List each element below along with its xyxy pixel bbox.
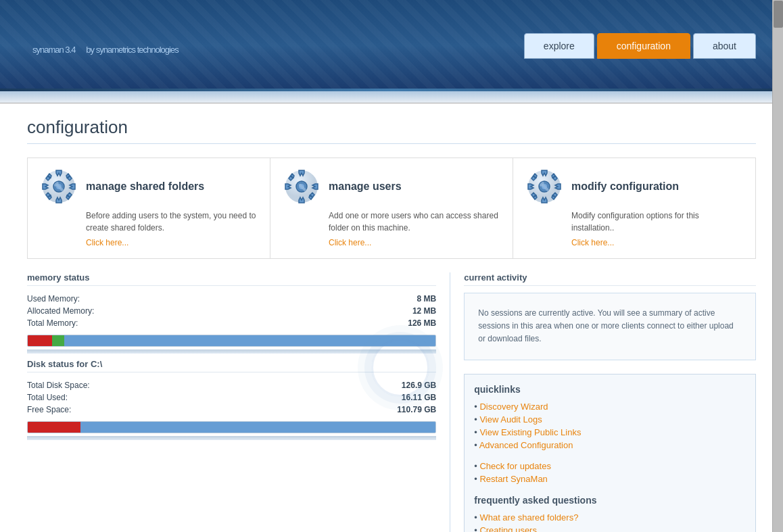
maintenance-restart-link[interactable]: Restart SynaMan bbox=[479, 474, 547, 484]
logo-sub: by synametrics technologies bbox=[86, 45, 178, 55]
logo-text: synaman 3.4 bbox=[32, 45, 75, 55]
faq-creating-users: Creating users bbox=[474, 525, 746, 532]
disk-total-row: Total Disk Space: 126.9 GB bbox=[27, 379, 436, 391]
memory-allocated-label: Allocated Memory: bbox=[27, 305, 314, 317]
scrollbar[interactable] bbox=[772, 0, 783, 532]
feature-manage-shared-folders: manage shared folders Before adding user… bbox=[28, 158, 270, 258]
disk-bar-free bbox=[80, 422, 435, 433]
maintenance-list: Check for updates Restart SynaMan bbox=[474, 461, 746, 484]
memory-title: memory status bbox=[27, 272, 436, 286]
quicklink-public-links-link[interactable]: View Existing Public Links bbox=[479, 427, 581, 437]
memory-bar-total bbox=[64, 335, 435, 346]
quicklink-audit-logs-link[interactable]: View Audit Logs bbox=[479, 414, 542, 425]
memory-section: memory status Used Memory: 8 MB Allocate… bbox=[27, 272, 436, 354]
main-content: configuration bbox=[0, 103, 783, 532]
disk-used-label: Total Used: bbox=[27, 391, 279, 404]
feature-title-shared-folders: manage shared folders bbox=[86, 180, 204, 193]
faq-title: frequently asked questions bbox=[474, 495, 746, 506]
feature-title-users: manage users bbox=[329, 180, 402, 193]
nav-about[interactable]: about bbox=[693, 33, 756, 59]
gear-icon-users bbox=[284, 169, 319, 204]
nav-tabs: explore configuration about bbox=[524, 33, 756, 59]
feature-header-config: modify configuration bbox=[527, 169, 742, 204]
quicklink-advanced-config: Advanced Configuration bbox=[474, 440, 746, 450]
lower-content: memory status Used Memory: 8 MB Allocate… bbox=[27, 272, 756, 532]
activity-section: current activity No sessions are current… bbox=[464, 272, 756, 360]
disk-total-value: 126.9 GB bbox=[279, 379, 436, 391]
feature-desc-shared-folders: Before adding users to the system, you n… bbox=[41, 210, 256, 234]
disk-free-row: Free Space: 110.79 GB bbox=[27, 404, 436, 416]
memory-bar bbox=[27, 335, 436, 347]
memory-used-row: Used Memory: 8 MB bbox=[27, 293, 436, 305]
faq-shared-folders: What are shared folders? bbox=[474, 512, 746, 523]
feature-title-config: modify configuration bbox=[571, 180, 679, 193]
disk-free-value: 110.79 GB bbox=[279, 404, 436, 416]
page-title: configuration bbox=[27, 117, 756, 144]
header: synaman 3.4 by synametrics technologies … bbox=[0, 0, 783, 91]
right-panel: current activity No sessions are current… bbox=[450, 272, 756, 532]
feature-link-users[interactable]: Click here... bbox=[284, 238, 499, 247]
maintenance-updates: Check for updates bbox=[474, 461, 746, 471]
activity-box: No sessions are currently active. You wi… bbox=[464, 293, 756, 360]
feature-link-shared-folders[interactable]: Click here... bbox=[41, 238, 256, 247]
scrollbar-thumb[interactable] bbox=[774, 1, 783, 28]
disk-bar bbox=[27, 421, 436, 433]
quicklinks-title: quicklinks bbox=[474, 384, 746, 395]
feature-desc-users: Add one or more users who can access sha… bbox=[284, 210, 499, 234]
memory-stats: Used Memory: 8 MB Allocated Memory: 12 M… bbox=[27, 293, 436, 329]
disk-section: Disk status for C:\ Total Disk Space: 12… bbox=[27, 359, 436, 440]
quicklink-discovery-wizard: Discovery Wizard bbox=[474, 402, 746, 412]
feature-grid: manage shared folders Before adding user… bbox=[27, 158, 756, 259]
faq-shared-folders-link[interactable]: What are shared folders? bbox=[479, 512, 578, 523]
disk-stats: Total Disk Space: 126.9 GB Total Used: 1… bbox=[27, 379, 436, 416]
disk-used-value: 16.11 GB bbox=[279, 391, 436, 404]
quicklink-audit-logs: View Audit Logs bbox=[474, 414, 746, 425]
disk-used-row: Total Used: 16.11 GB bbox=[27, 391, 436, 404]
logo: synaman 3.4 by synametrics technologies bbox=[27, 33, 179, 58]
memory-allocated-row: Allocated Memory: 12 MB bbox=[27, 305, 436, 317]
faq-creating-users-link[interactable]: Creating users bbox=[479, 525, 537, 532]
quicklinks-list: Discovery Wizard View Audit Logs View Ex… bbox=[474, 402, 746, 450]
gear-icon-config bbox=[527, 169, 562, 204]
feature-link-config[interactable]: Click here... bbox=[527, 238, 742, 247]
memory-used-label: Used Memory: bbox=[27, 293, 314, 305]
disk-title: Disk status for C:\ bbox=[27, 359, 436, 372]
feature-manage-users: manage users Add one or more users who c… bbox=[270, 158, 513, 258]
memory-total-row: Total Memory: 126 MB bbox=[27, 317, 436, 329]
memory-total-value: 126 MB bbox=[314, 317, 436, 329]
feature-desc-config: Modify configuration options for this in… bbox=[527, 210, 742, 234]
faq-list: What are shared folders? Creating users … bbox=[474, 512, 746, 532]
quicklink-discovery-wizard-link[interactable]: Discovery Wizard bbox=[479, 402, 548, 412]
activity-title: current activity bbox=[464, 272, 756, 286]
memory-allocated-value: 12 MB bbox=[314, 305, 436, 317]
maintenance-updates-link[interactable]: Check for updates bbox=[479, 461, 551, 471]
memory-bar-allocated bbox=[52, 335, 64, 346]
disk-bar-used bbox=[28, 422, 80, 433]
nav-configuration[interactable]: configuration bbox=[597, 33, 690, 59]
activity-message: No sessions are currently active. You wi… bbox=[478, 308, 734, 343]
disk-bar-separator bbox=[27, 436, 436, 440]
feature-header-users: manage users bbox=[284, 169, 499, 204]
gear-icon-shared-folders bbox=[41, 169, 76, 204]
sidebar-panel: quicklinks Discovery Wizard View Audit L… bbox=[464, 374, 756, 532]
quicklink-public-links: View Existing Public Links bbox=[474, 427, 746, 437]
left-panel: memory status Used Memory: 8 MB Allocate… bbox=[27, 272, 450, 532]
quicklink-advanced-config-link[interactable]: Advanced Configuration bbox=[479, 440, 573, 450]
disk-free-label: Free Space: bbox=[27, 404, 279, 416]
maintenance-restart: Restart SynaMan bbox=[474, 474, 746, 484]
feature-modify-configuration: modify configuration Modify configuratio… bbox=[513, 158, 755, 258]
memory-total-label: Total Memory: bbox=[27, 317, 314, 329]
nav-explore[interactable]: explore bbox=[524, 33, 594, 59]
subheader-bar bbox=[0, 91, 783, 103]
disk-total-label: Total Disk Space: bbox=[27, 379, 279, 391]
feature-header-shared-folders: manage shared folders bbox=[41, 169, 256, 204]
memory-used-value: 8 MB bbox=[314, 293, 436, 305]
memory-bar-used bbox=[28, 335, 52, 346]
